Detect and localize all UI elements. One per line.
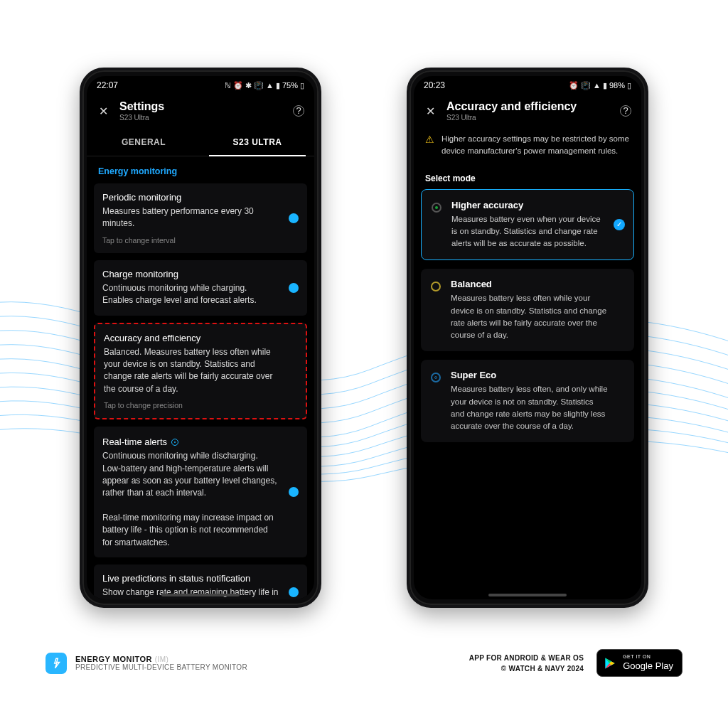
- app-logo-icon: [46, 653, 67, 674]
- page-title: Accuracy and efficiency: [446, 100, 610, 113]
- item-desc: Balanced. Measures battery less often wh…: [104, 346, 297, 396]
- alarm-icon: ⏰: [569, 81, 579, 90]
- toggle-icon[interactable]: [289, 487, 299, 497]
- nav-bar-icon[interactable]: [161, 594, 240, 596]
- status-bar: 22:07 ℕ ⏰ ✱ 📳 ▲ ▮ 75% ▯: [87, 76, 314, 93]
- status-bar: 20:23 ⏰ 📳 ▲ ▮ 98% ▯: [414, 76, 641, 93]
- warning-icon: ⚠: [425, 134, 434, 144]
- item-title: Periodic monitoring: [102, 192, 299, 203]
- battery-icon: ▯: [627, 81, 631, 90]
- radio-icon: [431, 373, 441, 382]
- item-desc: Continuous monitoring while discharging.…: [102, 450, 299, 549]
- item-title: Real-time alerts: [102, 437, 167, 447]
- vibrate-icon: 📳: [581, 81, 591, 90]
- mode-balanced[interactable]: Balanced Measures battery less often whi…: [421, 269, 634, 351]
- page-title: Settings: [119, 100, 283, 113]
- mode-desc: Measures battery less often, and only wh…: [451, 383, 626, 432]
- wifi-icon: ▲: [593, 81, 601, 90]
- radio-icon: [432, 203, 441, 213]
- status-time: 22:07: [97, 80, 118, 90]
- item-title: Charge monitoring: [102, 269, 299, 279]
- setting-charge-monitoring[interactable]: Charge monitoring Continuous monitoring …: [94, 260, 307, 316]
- item-desc: Measures battery performance every 30 mi…: [102, 205, 299, 230]
- google-play-icon: [603, 656, 617, 670]
- brand: ENERGY MONITOR (IM) PREDICTIVE MULTI-DEV…: [46, 653, 247, 674]
- toggle-icon[interactable]: [289, 283, 299, 293]
- status-battery: 98%: [609, 81, 625, 90]
- brand-tm: (IM): [155, 655, 169, 663]
- nfc-icon: ℕ: [225, 81, 231, 90]
- legal-line-2: © WATCH & NAVY 2024: [469, 663, 584, 674]
- google-play-button[interactable]: GET IT ON Google Play: [596, 649, 682, 677]
- brand-name: ENERGY MONITOR: [75, 655, 152, 663]
- item-title: Live predictions in status notification: [102, 573, 299, 584]
- signal-icon: ▮: [603, 81, 607, 90]
- help-icon[interactable]: ?: [620, 105, 631, 117]
- info-icon[interactable]: [171, 439, 178, 446]
- setting-real-time-alerts[interactable]: Real-time alerts Continuous monitoring w…: [94, 427, 307, 557]
- mode-title: Super Eco: [451, 370, 626, 380]
- toggle-icon[interactable]: [289, 587, 299, 597]
- bluetooth-icon: ✱: [245, 81, 252, 90]
- signal-icon: ▮: [276, 81, 280, 90]
- page-subtitle: S23 Ultra: [446, 114, 610, 122]
- store-small: GET IT ON: [623, 654, 673, 659]
- status-battery: 75%: [282, 81, 298, 90]
- check-icon: ✓: [614, 219, 625, 230]
- brand-tagline: PREDICTIVE MULTI-DEVICE BATTERY MONITOR: [75, 663, 247, 671]
- setting-periodic-monitoring[interactable]: Periodic monitoring Measures battery per…: [94, 183, 307, 253]
- tab-general[interactable]: GENERAL: [87, 130, 200, 156]
- mode-title: Higher accuracy: [451, 200, 625, 210]
- phone-right: 20:23 ⏰ 📳 ▲ ▮ 98% ▯ ✕ Accuracy and effic…: [407, 68, 648, 608]
- setting-accuracy-efficiency[interactable]: Accuracy and efficiency Balanced. Measur…: [94, 323, 307, 420]
- item-desc: Continuous monitoring while charging. En…: [102, 282, 299, 307]
- toggle-icon[interactable]: [289, 213, 299, 223]
- wifi-icon: ▲: [266, 81, 274, 90]
- select-mode-label: Select mode: [414, 164, 641, 189]
- mode-desc: Measures battery even when your device i…: [451, 213, 625, 250]
- alarm-icon: ⏰: [233, 81, 243, 90]
- close-icon[interactable]: ✕: [97, 105, 109, 118]
- nav-bar-icon[interactable]: [488, 594, 567, 596]
- phone-left: 22:07 ℕ ⏰ ✱ 📳 ▲ ▮ 75% ▯ ✕ Set: [80, 68, 321, 608]
- radio-icon: [431, 282, 441, 291]
- mode-higher-accuracy[interactable]: Higher accuracy Measures battery even wh…: [421, 189, 634, 261]
- status-time: 20:23: [424, 80, 445, 90]
- mode-desc: Measures battery less often while your d…: [451, 292, 626, 341]
- battery-icon: ▯: [300, 81, 304, 90]
- page-subtitle: S23 Ultra: [119, 114, 283, 122]
- vibrate-icon: 📳: [254, 81, 264, 90]
- store-big: Google Play: [623, 660, 673, 671]
- mode-title: Balanced: [451, 279, 626, 289]
- help-icon[interactable]: ?: [293, 105, 304, 117]
- section-energy-monitoring: Energy monitoring: [87, 156, 314, 183]
- mode-super-eco[interactable]: Super Eco Measures battery less often, a…: [421, 360, 634, 442]
- item-hint: Tap to change interval: [102, 236, 299, 245]
- tab-device[interactable]: S23 ULTRA: [200, 130, 314, 156]
- legal-line-1: APP FOR ANDROID & WEAR OS: [469, 653, 584, 663]
- item-hint: Tap to change precision: [104, 401, 297, 410]
- close-icon[interactable]: ✕: [424, 105, 437, 118]
- item-title: Accuracy and efficiency: [104, 333, 297, 343]
- warning-text: Higher accuracy settings may be restrict…: [441, 133, 630, 158]
